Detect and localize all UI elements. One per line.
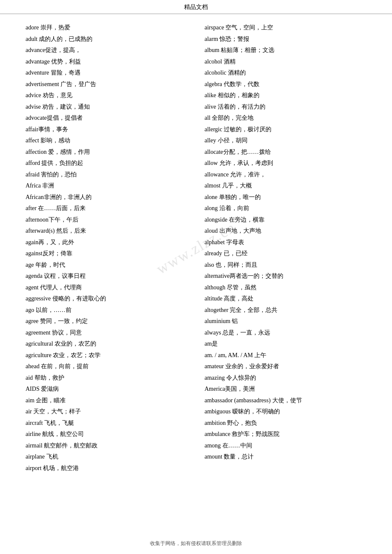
list-item: ago 以前，……前 bbox=[26, 305, 187, 316]
list-item: aluminium 铝 bbox=[205, 316, 366, 327]
list-item: African非洲的，非洲人的 bbox=[26, 192, 187, 203]
list-item: album 粘贴薄；相册；文选 bbox=[205, 45, 366, 56]
list-item: ambiguous 暧昧的，不明确的 bbox=[205, 407, 366, 417]
list-item: afterward(s) 然后，后来 bbox=[26, 226, 187, 237]
list-item: all 全部的，完全地 bbox=[205, 113, 366, 124]
list-item: agreement 协议，同意 bbox=[26, 328, 187, 338]
list-item: ambassador (ambassadress) 大使，使节 bbox=[205, 395, 366, 406]
list-item: amazing 令人惊异的 bbox=[205, 373, 366, 384]
list-item: allow 允许，承认，考虑到 bbox=[205, 158, 366, 169]
list-item: adore 崇拜，热爱 bbox=[26, 23, 187, 33]
list-item: agricultural 农业的，农艺的 bbox=[26, 339, 187, 349]
footer-text: 收集于网络，如有侵权请联系管理员删除 bbox=[150, 540, 242, 546]
list-item: alcohol 酒精 bbox=[205, 57, 366, 67]
list-item: almost 几乎，大概 bbox=[205, 181, 366, 191]
list-item: afraid 害怕的，恐怕 bbox=[26, 170, 187, 180]
list-item: aircraft 飞机，飞艇 bbox=[26, 418, 187, 429]
list-item: ahead 在前，向前，提前 bbox=[26, 361, 187, 372]
list-item: among 在……中间 bbox=[205, 441, 366, 451]
list-item: altogether 完全，全部，总共 bbox=[205, 305, 366, 316]
list-item: always 总是，一直，永远 bbox=[205, 328, 366, 338]
list-item: algebra 代数学，代数 bbox=[205, 79, 366, 90]
list-item: agenda 议程，议事日程 bbox=[26, 271, 187, 282]
list-item: advocate提倡，提倡者 bbox=[26, 113, 187, 124]
list-item: am是 bbox=[205, 339, 366, 349]
page-header: 精品文档 bbox=[0, 0, 392, 14]
list-item: alcoholic 酒精的 bbox=[205, 68, 366, 78]
header-title: 精品文档 bbox=[184, 4, 208, 10]
list-item: adventure 冒险，奇遇 bbox=[26, 68, 187, 78]
list-item: along 沿着，向前 bbox=[205, 203, 366, 214]
list-item: aggressive 侵略的，有进取心的 bbox=[26, 294, 187, 304]
list-item: alley 小径，胡同 bbox=[205, 136, 366, 146]
list-item: allowance 允许，准许， bbox=[205, 170, 366, 180]
list-item: advantage 优势，利益 bbox=[26, 57, 187, 67]
list-item: age 年龄，时代 bbox=[26, 260, 187, 271]
list-item: airplane 飞机 bbox=[26, 452, 187, 462]
list-item: AIDS 爱滋病 bbox=[26, 384, 187, 395]
list-item: agree 赞同，一致，约定 bbox=[26, 316, 187, 327]
list-item: allergic 过敏的，极讨厌的 bbox=[205, 124, 366, 135]
list-item: alone 单独的，唯一的 bbox=[205, 192, 366, 203]
list-item: advice 劝告，意见 bbox=[26, 90, 187, 101]
list-item: aloud 出声地，大声地 bbox=[205, 226, 366, 237]
left-column: adore 崇拜，热爱adult 成的人的，已成熟的advance促进，提高，a… bbox=[26, 23, 187, 473]
list-item: alive 活着的，有活力的 bbox=[205, 102, 366, 113]
list-item: aid 帮助，救护 bbox=[26, 373, 187, 384]
list-item: airline 航线，航空公司 bbox=[26, 429, 187, 440]
list-item: air 天空，大气；样子 bbox=[26, 407, 187, 417]
list-item: alarm 惊恐；警报 bbox=[205, 34, 366, 45]
list-item: ambition 野心，抱负 bbox=[205, 418, 366, 429]
list-item: altitude 高度，高处 bbox=[205, 294, 366, 304]
page-footer: 收集于网络，如有侵权请联系管理员删除 bbox=[0, 536, 392, 550]
list-item: already 已，已经 bbox=[205, 248, 366, 259]
list-item: allocate分配，把……拨给 bbox=[205, 147, 366, 158]
list-item: afternoon下午，午后 bbox=[26, 215, 187, 225]
list-item: amateur 业余的，业余爱好者 bbox=[205, 361, 366, 372]
list-item: amount 数量，总计 bbox=[205, 452, 366, 462]
list-item: alphabet 字母表 bbox=[205, 237, 366, 248]
list-item: aim 企图，瞄准 bbox=[26, 395, 187, 406]
list-item: affection 爱，感情，作用 bbox=[26, 147, 187, 158]
list-item: advertisement 广告，登广告 bbox=[26, 79, 187, 90]
list-item: airspace 空气，空间，上空 bbox=[205, 23, 366, 33]
list-item: adult 成的人的，已成熟的 bbox=[26, 34, 187, 45]
list-item: airmail 航空邮件，航空邮政 bbox=[26, 441, 187, 451]
list-item: alongside 在旁边，横靠 bbox=[205, 215, 366, 225]
list-item: agriculture 农业，农艺；农学 bbox=[26, 350, 187, 361]
list-item: alternative两者选一的；交替的 bbox=[205, 271, 366, 282]
list-item: America美国，美洲 bbox=[205, 384, 366, 395]
list-item: affair事情，事务 bbox=[26, 124, 187, 135]
list-item: advance促进，提高， bbox=[26, 45, 187, 56]
list-item: agent 代理人，代理商 bbox=[26, 283, 187, 293]
list-item: after 在……后面，后来 bbox=[26, 203, 187, 214]
list-item: again再，又，此外 bbox=[26, 237, 187, 248]
list-item: alike 相似的，相象的 bbox=[205, 90, 366, 101]
list-item: afford 提供，负担的起 bbox=[26, 158, 187, 169]
list-item: airport 机场，航空港 bbox=[26, 463, 187, 474]
list-item: advise 劝告，建议，通知 bbox=[26, 102, 187, 113]
right-column: airspace 空气，空间，上空alarm 惊恐；警报album 粘贴薄；相册… bbox=[205, 23, 366, 473]
list-item: Africa 非洲 bbox=[26, 181, 187, 191]
list-item: ambulance 救护车；野战医院 bbox=[205, 429, 366, 440]
list-item: am. / am, AM. / AM 上午 bbox=[205, 350, 366, 361]
list-item: although 尽管，虽然 bbox=[205, 283, 366, 293]
list-item: affect 影响，感动 bbox=[26, 136, 187, 146]
list-item: also 也，同样；而且 bbox=[205, 260, 366, 271]
list-item: against反对；倚靠 bbox=[26, 248, 187, 259]
